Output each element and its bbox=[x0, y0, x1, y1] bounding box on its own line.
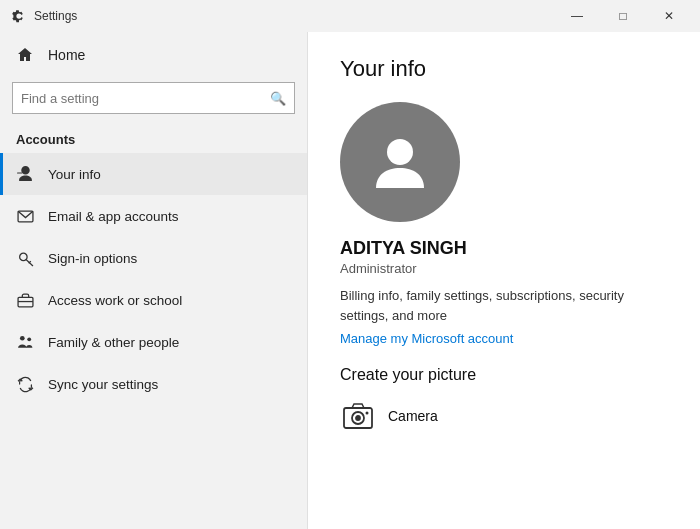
sync-icon bbox=[16, 375, 34, 393]
sidebar-item-label: Access work or school bbox=[48, 293, 182, 308]
svg-point-12 bbox=[356, 416, 360, 420]
search-box[interactable]: 🔍 bbox=[12, 82, 295, 114]
svg-point-8 bbox=[27, 337, 31, 341]
sidebar-item-work-school[interactable]: Access work or school bbox=[0, 279, 307, 321]
svg-point-7 bbox=[19, 335, 24, 340]
camera-icon bbox=[340, 398, 376, 434]
svg-point-2 bbox=[19, 253, 26, 260]
app-title: Settings bbox=[34, 9, 77, 23]
svg-point-9 bbox=[387, 139, 413, 165]
key-icon bbox=[16, 249, 34, 267]
avatar bbox=[340, 102, 460, 222]
title-bar-controls: — □ ✕ bbox=[554, 0, 692, 32]
billing-text: Billing info, family settings, subscript… bbox=[340, 286, 668, 325]
home-label: Home bbox=[48, 47, 85, 63]
sidebar-item-home[interactable]: Home bbox=[0, 32, 307, 78]
minimize-button[interactable]: — bbox=[554, 0, 600, 32]
app-container: Home 🔍 Accounts Your info bbox=[0, 32, 700, 529]
avatar-person-icon bbox=[368, 130, 432, 194]
sidebar-item-label: Sync your settings bbox=[48, 377, 158, 392]
sidebar-item-sign-in[interactable]: Sign-in options bbox=[0, 237, 307, 279]
search-input[interactable] bbox=[21, 91, 270, 106]
home-icon bbox=[16, 46, 34, 64]
sidebar-item-sync[interactable]: Sync your settings bbox=[0, 363, 307, 405]
sidebar-item-family[interactable]: Family & other people bbox=[0, 321, 307, 363]
sidebar-item-label: Email & app accounts bbox=[48, 209, 179, 224]
maximize-button[interactable]: □ bbox=[600, 0, 646, 32]
search-icon: 🔍 bbox=[270, 91, 286, 106]
family-icon bbox=[16, 333, 34, 351]
svg-point-13 bbox=[366, 412, 369, 415]
camera-label: Camera bbox=[388, 408, 438, 424]
sidebar-item-label: Your info bbox=[48, 167, 101, 182]
sidebar-item-label: Sign-in options bbox=[48, 251, 137, 266]
settings-icon bbox=[12, 9, 26, 23]
manage-account-link[interactable]: Manage my Microsoft account bbox=[340, 331, 668, 346]
title-bar-left: Settings bbox=[12, 9, 77, 23]
user-name: ADITYA SINGH bbox=[340, 238, 668, 259]
create-picture-title: Create your picture bbox=[340, 366, 668, 384]
title-bar: Settings — □ ✕ bbox=[0, 0, 700, 32]
sidebar-item-label: Family & other people bbox=[48, 335, 179, 350]
camera-item[interactable]: Camera bbox=[340, 398, 668, 434]
svg-rect-0 bbox=[17, 172, 22, 173]
briefcase-icon bbox=[16, 291, 34, 309]
person-icon bbox=[16, 165, 34, 183]
user-role: Administrator bbox=[340, 261, 668, 276]
sidebar-item-your-info[interactable]: Your info bbox=[0, 153, 307, 195]
content-area: Your info ADITYA SINGH Administrator Bil… bbox=[308, 32, 700, 529]
sidebar: Home 🔍 Accounts Your info bbox=[0, 32, 308, 529]
sidebar-item-email-accounts[interactable]: Email & app accounts bbox=[0, 195, 307, 237]
close-button[interactable]: ✕ bbox=[646, 0, 692, 32]
section-label: Accounts bbox=[0, 124, 307, 153]
email-icon bbox=[16, 207, 34, 225]
page-title: Your info bbox=[340, 56, 668, 82]
